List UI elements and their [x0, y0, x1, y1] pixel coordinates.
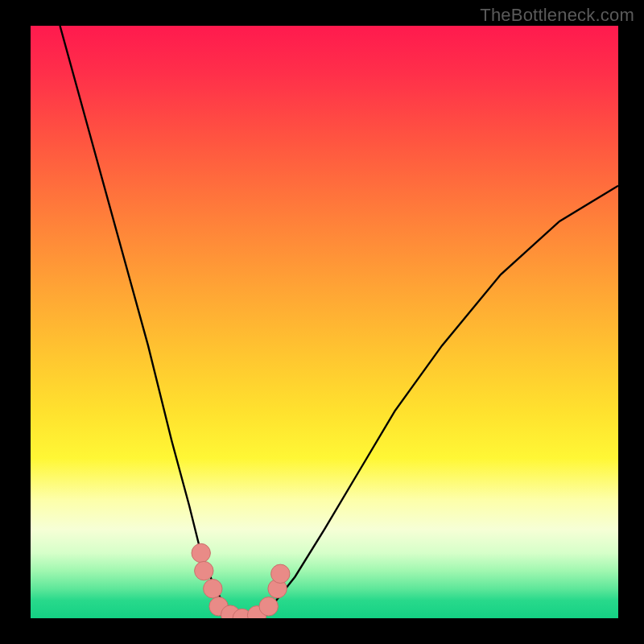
bottleneck-curve-path	[60, 26, 619, 618]
curve-marker	[192, 543, 210, 562]
chart-markers-group	[192, 543, 290, 618]
curve-marker	[259, 597, 278, 616]
curve-marker	[271, 564, 290, 583]
curve-marker	[195, 561, 213, 580]
bottleneck-chart	[31, 26, 618, 618]
chart-plot-area	[31, 26, 618, 618]
watermark-text: TheBottleneck.com	[480, 5, 634, 26]
chart-series-group	[60, 26, 619, 618]
chart-frame: TheBottleneck.com	[0, 0, 644, 644]
curve-marker	[204, 580, 222, 598]
